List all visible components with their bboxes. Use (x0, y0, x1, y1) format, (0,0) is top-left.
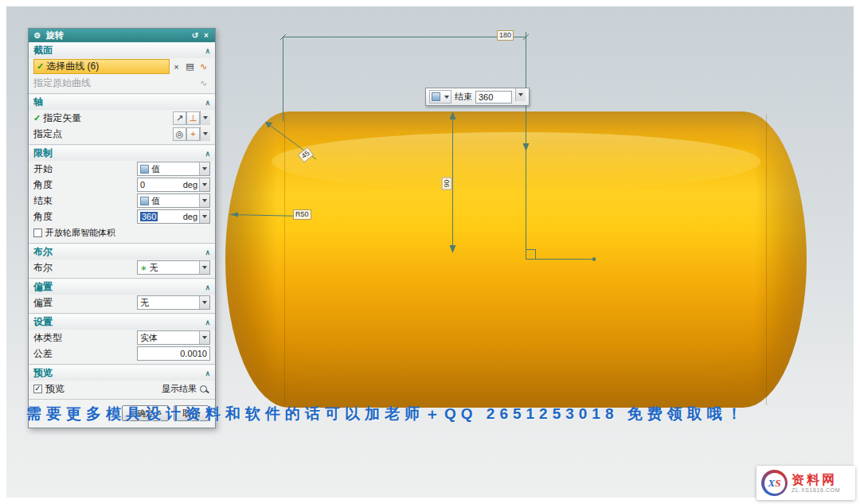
end-angle-input[interactable]: 360 (475, 91, 512, 104)
limits-group-label: 限制 (33, 147, 53, 160)
open-profile-checkbox[interactable] (33, 229, 42, 237)
end-type-value: 值 (151, 195, 160, 207)
point-icon[interactable]: ◎ (173, 127, 186, 141)
vector-icon[interactable]: ↗ (173, 111, 186, 125)
settings-group: 设置 ∧ 体类型 实体 公差 0.0010 (29, 314, 215, 365)
curve-rule-icon[interactable]: ∿ (197, 60, 210, 73)
axis-group-header[interactable]: 轴 ∧ (29, 95, 215, 110)
preview-group-header[interactable]: 预览 ∧ (29, 365, 215, 381)
body-type-row: 体类型 实体 (29, 330, 215, 346)
preview-group-label: 预览 (33, 366, 53, 380)
offset-group-header[interactable]: 偏置 ∧ (29, 279, 215, 295)
end-angle-value: 360 (479, 92, 493, 102)
dropdown-arrow-icon (202, 336, 207, 339)
origin-curve-icon: ∿ (197, 76, 210, 90)
start-angle-unit: deg (183, 180, 197, 189)
start-angle-row: 角度 0 deg (29, 177, 215, 193)
dropdown-arrow-icon (202, 199, 207, 202)
offset-group: 偏置 ∧ 偏置 无 (29, 279, 215, 314)
end-type-arrow[interactable] (199, 194, 209, 207)
preview-checkbox[interactable]: ✓ (33, 385, 42, 393)
dialog-titlebar[interactable]: ⚙ 旋转 ↺ × (29, 29, 215, 42)
collapse-chevron-icon[interactable]: ∧ (205, 248, 210, 256)
watermark-logo-icon: X S (761, 470, 788, 496)
collapse-chevron-icon[interactable]: ∧ (205, 47, 210, 55)
gear-icon: ⚙ (32, 30, 43, 41)
watermark-site-name: 资料网 (792, 473, 840, 487)
end-angle-field[interactable]: 360 deg (137, 209, 210, 224)
boolean-arrow[interactable] (199, 261, 209, 274)
axis-group-label: 轴 (33, 96, 43, 109)
dimension-length-label[interactable]: 180 (497, 30, 514, 41)
point-options-dropdown[interactable] (200, 127, 210, 141)
dropdown-arrow-icon (444, 96, 449, 99)
select-curve-field[interactable]: ✓ 选择曲线 (6) (33, 59, 170, 74)
none-icon: ∗ (140, 264, 147, 272)
offset-dropdown[interactable]: 无 (137, 295, 210, 310)
vector-options-dropdown[interactable] (200, 111, 210, 125)
tolerance-field[interactable]: 0.0010 (137, 346, 210, 361)
select-curve-row: ✓ 选择曲线 (6) × ▤ ∿ (29, 58, 215, 75)
specify-point-label: 指定点 (33, 127, 62, 141)
start-label: 开始 (33, 162, 53, 176)
point-dialog-icon[interactable]: + (186, 127, 200, 141)
start-type-arrow[interactable] (199, 162, 209, 175)
end-angle-arrow[interactable] (199, 210, 209, 223)
collapse-chevron-icon[interactable]: ∧ (205, 318, 210, 326)
boolean-value: 无 (149, 262, 158, 274)
section-group: 截面 ∧ ✓ 选择曲线 (6) × ▤ ∿ 指定原始曲线 ∿ (29, 42, 215, 94)
list-icon[interactable]: ▤ (183, 60, 197, 73)
start-angle-label: 角度 (33, 178, 53, 192)
boolean-row: 布尔 ∗ 无 (29, 260, 215, 275)
collapse-chevron-icon[interactable]: ∧ (205, 99, 210, 107)
collapse-chevron-icon[interactable]: ∧ (205, 150, 210, 158)
preview-group: 预览 ∧ ✓ 预览 显示结果 (29, 365, 215, 400)
watermark-text: 资料网 ZL.XS1616.COM (792, 473, 840, 493)
offset-label: 偏置 (33, 296, 53, 310)
deselect-icon[interactable]: × (170, 60, 183, 73)
promo-banner-text: 需要更多模具设计资料和软件的话可以加老师＋QQ 2651253018 免费领取哦… (26, 404, 747, 424)
collapse-chevron-icon[interactable]: ∧ (205, 369, 210, 377)
specify-vector-row: ✓ 指定矢量 ↗ ⊥ (29, 110, 215, 126)
revolve-dialog: ⚙ 旋转 ↺ × 截面 ∧ ✓ 选择曲线 (6) × ▤ ∿ 指定原始曲线 (28, 28, 216, 428)
end-row: 结束 值 (29, 193, 215, 209)
axis-group: 轴 ∧ ✓ 指定矢量 ↗ ⊥ 指定点 ◎ + (29, 94, 215, 145)
cap-tangent-edge-left (284, 114, 285, 405)
watermark-site-url: ZL.XS1616.COM (792, 487, 840, 493)
perpendicular-vector-icon[interactable]: ⊥ (186, 111, 200, 125)
dropdown-arrow-icon (202, 167, 207, 170)
start-angle-arrow[interactable] (199, 178, 209, 191)
dimension-radius-label[interactable]: R50 (293, 209, 311, 220)
settings-group-header[interactable]: 设置 ∧ (29, 315, 215, 330)
section-group-label: 截面 (33, 44, 53, 57)
section-group-header[interactable]: 截面 ∧ (29, 43, 215, 58)
end-label: 结束 (33, 194, 53, 208)
end-angle-dropdown-button[interactable] (515, 88, 526, 101)
start-row: 开始 值 (29, 161, 215, 177)
dropdown-arrow-icon (203, 132, 208, 135)
dropdown-arrow-icon (518, 93, 523, 96)
value-option-icon (140, 197, 149, 205)
boolean-group-label: 布尔 (33, 245, 53, 259)
show-result-button[interactable] (197, 382, 210, 396)
offset-arrow[interactable] (199, 296, 209, 309)
limits-group-header[interactable]: 限制 ∧ (29, 146, 215, 161)
onscreen-input-toolbar: 结束 360 (425, 88, 530, 106)
close-icon[interactable]: × (201, 30, 212, 41)
collapse-chevron-icon[interactable]: ∧ (205, 283, 210, 291)
start-angle-field[interactable]: 0 deg (137, 178, 210, 192)
reset-icon[interactable]: ↺ (190, 30, 201, 41)
dropdown-arrow-icon (202, 301, 207, 304)
boolean-dropdown[interactable]: ∗ 无 (137, 260, 210, 275)
value-option-icon (432, 92, 440, 101)
origin-curve-label: 指定原始曲线 (33, 76, 91, 90)
tolerance-label: 公差 (33, 347, 53, 361)
offset-value: 无 (140, 297, 149, 309)
body-type-arrow[interactable] (199, 331, 209, 344)
boolean-group-header[interactable]: 布尔 ∧ (29, 244, 215, 260)
start-type-dropdown[interactable]: 值 (137, 162, 210, 176)
limit-option-dropdown[interactable] (429, 90, 452, 104)
end-type-dropdown[interactable]: 值 (137, 193, 210, 208)
dimension-height-label[interactable]: 90 (442, 177, 452, 189)
body-type-dropdown[interactable]: 实体 (137, 330, 210, 345)
